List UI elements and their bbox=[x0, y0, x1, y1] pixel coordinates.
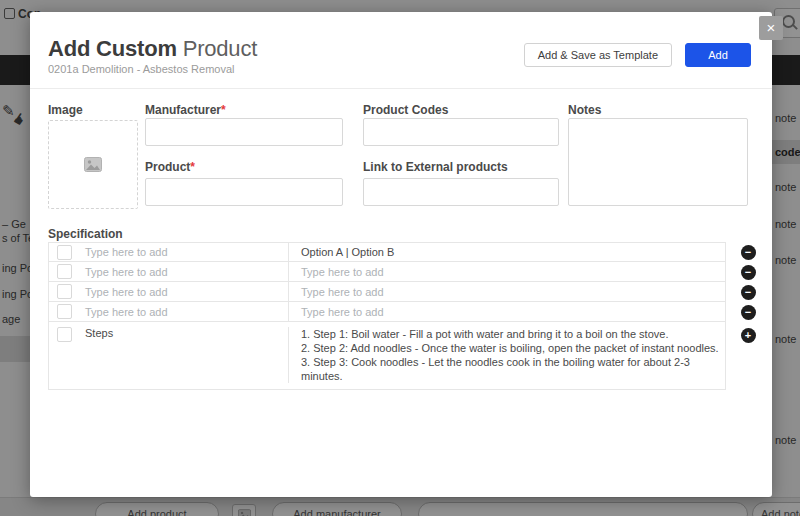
modal-subtitle: 0201a Demolition - Asbestos Removal bbox=[48, 63, 234, 75]
spec-name-cell[interactable]: Type here to add bbox=[49, 302, 289, 321]
remove-row-button[interactable]: − bbox=[741, 265, 756, 280]
row-checkbox[interactable] bbox=[57, 245, 72, 260]
spec-name-cell[interactable]: Type here to add bbox=[49, 262, 289, 281]
table-row: Type here to add Option A | Option B − bbox=[48, 242, 770, 262]
spec-name-text: Steps bbox=[85, 327, 113, 339]
spec-value-cell[interactable]: 1. Step 1: Boil water - Fill a pot with … bbox=[289, 327, 725, 383]
row-checkbox[interactable] bbox=[57, 304, 72, 319]
spec-value-cell[interactable]: Type here to add bbox=[289, 265, 725, 279]
add-button[interactable]: Add bbox=[685, 43, 751, 67]
image-label: Image bbox=[48, 103, 83, 117]
spec-name-cell[interactable]: Steps bbox=[49, 327, 289, 383]
spec-name-text: Type here to add bbox=[85, 246, 168, 258]
spec-rows: Type here to add Option A | Option B − T… bbox=[48, 242, 770, 390]
specification-table: Type here to add Option A | Option B − T… bbox=[48, 242, 770, 390]
spec-name-text: Type here to add bbox=[85, 286, 168, 298]
spec-name-text: Type here to add bbox=[85, 306, 168, 318]
row-checkbox[interactable] bbox=[57, 284, 72, 299]
spec-name-text: Type here to add bbox=[85, 266, 168, 278]
required-mark: * bbox=[190, 160, 195, 174]
table-row: Type here to add Type here to add − bbox=[48, 282, 770, 302]
add-custom-product-modal: Add Custom Product 0201a Demolition - As… bbox=[30, 12, 772, 497]
table-row: Type here to add Type here to add − bbox=[48, 302, 770, 322]
screen: Con ✎ ☛ – Ge s of Te ing Po ing Po age n… bbox=[0, 0, 800, 516]
image-dropzone[interactable] bbox=[48, 120, 138, 209]
close-button[interactable]: × bbox=[759, 16, 783, 40]
row-checkbox[interactable] bbox=[57, 327, 72, 342]
required-mark: * bbox=[221, 103, 226, 117]
table-row: Steps 1. Step 1: Boil water - Fill a pot… bbox=[48, 322, 770, 390]
image-icon bbox=[84, 157, 102, 172]
notes-textarea[interactable] bbox=[568, 118, 748, 206]
spec-name-cell[interactable]: Type here to add bbox=[49, 243, 289, 261]
link-external-label: Link to External products bbox=[363, 160, 508, 174]
product-codes-input[interactable] bbox=[363, 118, 559, 146]
product-label: Product* bbox=[145, 160, 195, 174]
close-icon: × bbox=[767, 19, 776, 36]
product-input[interactable] bbox=[145, 178, 343, 206]
page-title: Add Custom Product bbox=[48, 36, 257, 62]
table-row: Type here to add Type here to add − bbox=[48, 262, 770, 282]
spec-value-cell[interactable]: Type here to add bbox=[289, 285, 725, 299]
notes-label: Notes bbox=[568, 103, 601, 117]
spec-value-cell[interactable]: Type here to add bbox=[289, 305, 725, 319]
specification-title: Specification bbox=[48, 227, 123, 241]
add-row-button[interactable]: + bbox=[741, 328, 756, 343]
add-save-template-button[interactable]: Add & Save as Template bbox=[524, 43, 672, 67]
remove-row-button[interactable]: − bbox=[741, 245, 756, 260]
row-checkbox[interactable] bbox=[57, 264, 72, 279]
manufacturer-input[interactable] bbox=[145, 118, 343, 146]
remove-row-button[interactable]: − bbox=[741, 305, 756, 320]
modal-header: Add Custom Product 0201a Demolition - As… bbox=[30, 12, 772, 89]
remove-row-button[interactable]: − bbox=[741, 285, 756, 300]
manufacturer-label: Manufacturer* bbox=[145, 103, 226, 117]
spec-name-cell[interactable]: Type here to add bbox=[49, 282, 289, 301]
link-external-input[interactable] bbox=[363, 178, 559, 206]
spec-value-cell[interactable]: Option A | Option B bbox=[289, 245, 725, 259]
product-codes-label: Product Codes bbox=[363, 103, 448, 117]
